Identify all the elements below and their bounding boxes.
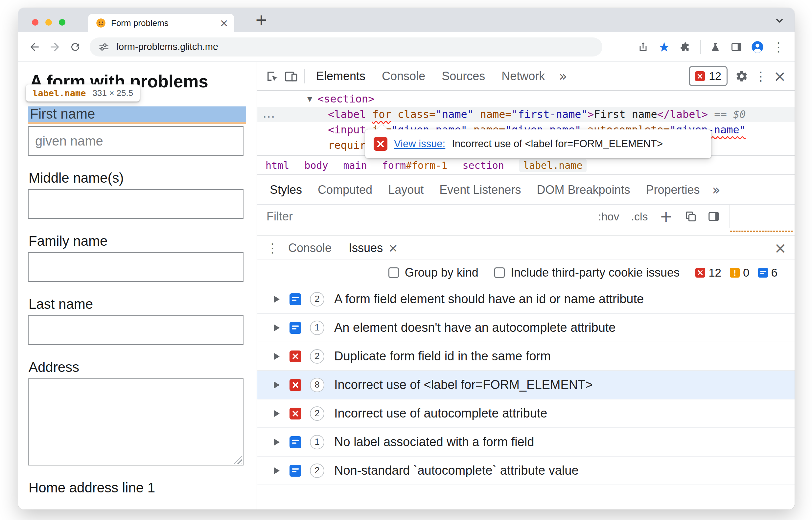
expand-icon[interactable] <box>274 324 280 332</box>
expand-icon[interactable] <box>274 381 280 389</box>
view-issue-popup: View issue: Incorrect use of <label for=… <box>365 129 711 158</box>
third-party-label[interactable]: Include third-party cookie issues <box>511 266 680 280</box>
form-field: Middle name(s) <box>28 170 257 219</box>
last-name-input[interactable] <box>28 315 244 345</box>
issue-row[interactable]: 1 No label associated with a form field <box>257 428 794 457</box>
reload-button[interactable] <box>66 38 84 56</box>
new-tab-button[interactable]: + <box>253 12 269 28</box>
devtools-close-icon[interactable]: × <box>770 67 789 86</box>
code-token-tag: <section> <box>318 93 374 105</box>
extensions-puzzle-icon[interactable] <box>676 38 694 56</box>
issue-title: A form field element should have an id o… <box>334 292 644 306</box>
device-toolbar-icon[interactable] <box>282 67 301 86</box>
drawer-tab-label: Console <box>288 241 332 255</box>
new-style-rule-icon[interactable]: + <box>660 209 673 224</box>
issue-row[interactable]: 1 An element doesn't have an autocomplet… <box>257 314 794 342</box>
toggle-class-button[interactable]: .cls <box>631 210 648 223</box>
issue-row[interactable]: 2 Non-standard `autocomplete` attribute … <box>257 457 794 485</box>
drawer-close-icon[interactable]: × <box>774 239 787 257</box>
tab-search-chevron-icon[interactable] <box>772 13 787 28</box>
share-icon[interactable] <box>634 38 652 56</box>
tab-dom-breakpoints[interactable]: DOM Breakpoints <box>529 183 638 197</box>
breadcrumb-html[interactable]: html <box>265 160 289 171</box>
breadcrumb-body[interactable]: body <box>304 160 328 171</box>
breadcrumb-form[interactable]: form#form-1 <box>382 160 448 171</box>
issue-error-icon <box>374 137 387 151</box>
browser-tab[interactable]: Form problems × <box>88 14 234 32</box>
issue-row[interactable]: 2 A form field element should have an id… <box>257 285 794 314</box>
expand-arrow-icon[interactable]: ▾ <box>307 91 312 107</box>
zoom-window-button[interactable] <box>59 19 66 26</box>
group-by-kind-label[interactable]: Group by kind <box>405 266 479 280</box>
settings-gear-icon[interactable] <box>732 67 751 86</box>
page-content: A form with problems First name Middle n… <box>18 62 257 510</box>
field-label: Address <box>29 359 257 375</box>
code-line-label-selected[interactable]: <label for class="name" name="first-name… <box>257 107 794 122</box>
issue-row[interactable]: 2 Incorrect use of autocomplete attribut… <box>257 399 794 428</box>
tab-sources[interactable]: Sources <box>433 69 493 83</box>
field-label: Family name <box>29 233 257 249</box>
address-textarea[interactable] <box>28 379 244 466</box>
experiments-flask-icon[interactable] <box>707 38 724 56</box>
toggle-hover-state-button[interactable]: :hov <box>598 210 619 223</box>
browser-menu-kebab-icon[interactable]: ⋮ <box>769 38 787 56</box>
tab-styles[interactable]: Styles <box>262 183 310 197</box>
family-name-input[interactable] <box>28 252 244 282</box>
close-issues-tab-icon[interactable]: × <box>388 241 398 255</box>
styles-filter-input[interactable]: Filter <box>267 210 598 224</box>
more-tabs-icon[interactable]: » <box>553 69 573 84</box>
expand-icon[interactable] <box>274 410 280 417</box>
computed-styles-icon[interactable] <box>684 209 698 224</box>
breadcrumb-section[interactable]: section <box>462 160 504 171</box>
profile-avatar[interactable] <box>748 38 766 56</box>
breadcrumb-label-selected[interactable]: label.name <box>519 159 587 172</box>
back-button[interactable] <box>25 38 44 56</box>
drawer-tab-issues[interactable]: Issues× <box>340 236 406 260</box>
expand-icon[interactable] <box>274 353 280 360</box>
site-info-icon[interactable] <box>98 42 109 53</box>
drawer-menu-kebab-icon[interactable]: ⋮ <box>265 241 280 255</box>
tab-computed[interactable]: Computed <box>310 183 380 197</box>
first-name-input[interactable] <box>28 126 244 156</box>
issue-count-badge: 2 <box>310 292 324 307</box>
issue-row-selected[interactable]: 8 Incorrect use of <label for=FORM_ELEME… <box>257 371 794 399</box>
tab-properties[interactable]: Properties <box>638 183 708 197</box>
inspect-element-icon[interactable] <box>262 67 282 86</box>
forward-button[interactable] <box>46 38 64 56</box>
more-tabs-icon[interactable]: » <box>708 182 725 198</box>
page-form: First name Middle name(s) Family name La… <box>28 106 257 496</box>
tab-layout[interactable]: Layout <box>380 183 431 197</box>
expand-icon[interactable] <box>274 439 280 446</box>
issues-count-button[interactable]: 12 <box>689 66 728 86</box>
drawer-tab-console[interactable]: Console <box>280 236 340 260</box>
styles-sidebar-tabs: Styles Computed Layout Event Listeners D… <box>257 175 794 204</box>
side-panel-icon[interactable] <box>728 38 745 56</box>
group-by-kind-checkbox[interactable] <box>388 267 399 278</box>
code-selected-marker: == $0 <box>708 108 746 121</box>
tab-console[interactable]: Console <box>374 69 433 83</box>
devtools-toolbar: Elements Console Sources Network » 12 ⋮ … <box>257 62 794 91</box>
devtools-menu-kebab-icon[interactable]: ⋮ <box>751 67 770 86</box>
tab-close-icon[interactable]: × <box>220 18 228 28</box>
styles-filter-bar: Filter :hov .cls + <box>257 204 794 228</box>
middle-name-input[interactable] <box>28 189 244 219</box>
form-field: Home address line 1 <box>28 480 257 496</box>
tab-network[interactable]: Network <box>493 69 553 83</box>
code-line-section[interactable]: <section> <box>257 91 794 107</box>
expand-icon[interactable] <box>274 296 280 303</box>
bookmark-star-icon[interactable]: ★ <box>655 38 673 56</box>
view-issue-link[interactable]: View issue: <box>394 138 445 150</box>
node-menu-ellipsis-icon[interactable]: … <box>262 107 275 122</box>
tab-event-listeners[interactable]: Event Listeners <box>431 183 529 197</box>
close-window-button[interactable] <box>32 19 39 26</box>
expand-icon[interactable] <box>274 467 280 474</box>
third-party-checkbox[interactable] <box>494 267 505 278</box>
toggle-sidebar-icon[interactable] <box>707 209 721 224</box>
drawer-tab-bar: ⋮ Console Issues× × <box>257 236 794 260</box>
toolbar-actions: ★ ⋮ <box>634 38 787 56</box>
address-bar[interactable]: form-problems.glitch.me <box>90 37 602 56</box>
tab-elements[interactable]: Elements <box>308 69 374 83</box>
issue-row[interactable]: 2 Duplicate form field id in the same fo… <box>257 342 794 371</box>
breadcrumb-main[interactable]: main <box>344 160 367 171</box>
minimize-window-button[interactable] <box>45 19 52 26</box>
